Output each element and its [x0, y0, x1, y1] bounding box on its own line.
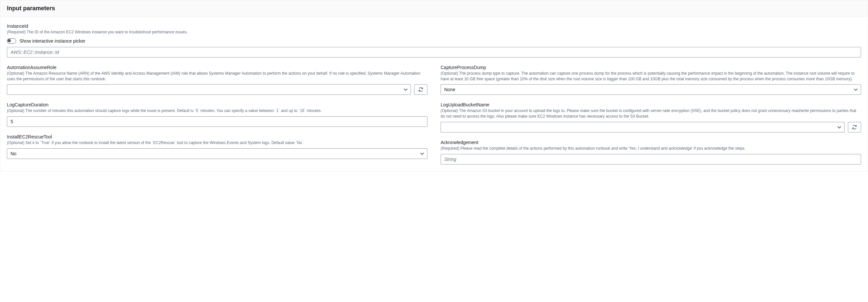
install-ec2rescue-tool-value: No: [10, 151, 17, 156]
log-upload-bucket-name-label: LogUploadBucketName: [441, 102, 861, 107]
acknowledgement-label: Acknowledgement: [441, 140, 861, 145]
automation-assume-role-refresh-button[interactable]: [414, 84, 427, 95]
right-column: CaptureProcessDump (Optional) The proces…: [441, 65, 861, 165]
panel-title: Input parameters: [7, 5, 861, 12]
log-capture-duration-input[interactable]: [7, 116, 427, 127]
acknowledgement-desc: (Required) Please read the complete deta…: [441, 146, 861, 151]
refresh-icon: [418, 87, 424, 92]
log-upload-bucket-name-refresh-button[interactable]: [848, 122, 861, 133]
automation-assume-role-desc: (Optional) The Amazon Resource Name (ARN…: [7, 71, 427, 82]
panel-body: InstanceId (Required) The ID of the Amaz…: [0, 17, 868, 171]
capture-process-dump-desc: (Optional) The process dump type to capt…: [441, 71, 861, 82]
field-log-upload-bucket-name: LogUploadBucketName (Optional) The Amazo…: [441, 102, 861, 133]
instance-id-desc: (Required) The ID of the Amazon EC2 Wind…: [7, 29, 861, 35]
acknowledgement-input[interactable]: [441, 154, 861, 165]
field-install-ec2rescue-tool: InstallEC2RescueTool (Optional) Set it t…: [7, 134, 427, 159]
automation-assume-role-select-wrap: [7, 84, 411, 95]
automation-assume-role-select[interactable]: [7, 84, 411, 95]
capture-process-dump-select-wrap: None: [441, 84, 861, 95]
log-capture-duration-desc: (Optional) The number of minutes this au…: [7, 108, 427, 114]
capture-process-dump-label: CaptureProcessDump: [441, 65, 861, 70]
install-ec2rescue-tool-select[interactable]: No: [7, 148, 427, 159]
install-ec2rescue-tool-desc: (Optional) Set it to `True` if you allow…: [7, 140, 427, 146]
instance-picker-toggle[interactable]: [7, 38, 16, 44]
refresh-icon: [852, 125, 857, 130]
install-ec2rescue-tool-select-wrap: No: [7, 148, 427, 159]
field-automation-assume-role: AutomationAssumeRole (Optional) The Amaz…: [7, 65, 427, 95]
log-capture-duration-label: LogCaptureDuration: [7, 102, 427, 107]
field-log-capture-duration: LogCaptureDuration (Optional) The number…: [7, 102, 427, 127]
log-upload-bucket-name-input-row: [441, 122, 861, 133]
automation-assume-role-label: AutomationAssumeRole: [7, 65, 427, 70]
field-acknowledgement: Acknowledgement (Required) Please read t…: [441, 140, 861, 165]
instance-picker-toggle-label: Show interactive instance picker: [20, 38, 85, 44]
capture-process-dump-select[interactable]: None: [441, 84, 861, 95]
field-capture-process-dump: CaptureProcessDump (Optional) The proces…: [441, 65, 861, 95]
toggle-knob: [8, 39, 11, 42]
log-upload-bucket-name-select[interactable]: [441, 122, 845, 133]
panel-header: Input parameters: [0, 0, 868, 17]
left-column: AutomationAssumeRole (Optional) The Amaz…: [7, 65, 427, 165]
capture-process-dump-value: None: [444, 87, 455, 92]
input-parameters-panel: Input parameters InstanceId (Required) T…: [0, 0, 868, 171]
field-instance-id: InstanceId (Required) The ID of the Amaz…: [7, 24, 861, 57]
automation-assume-role-input-row: [7, 84, 427, 95]
instance-picker-toggle-row: Show interactive instance picker: [7, 38, 861, 44]
log-upload-bucket-name-select-wrap: [441, 122, 845, 133]
log-upload-bucket-name-desc: (Optional) The Amazon S3 bucket in your …: [441, 108, 861, 119]
two-column-layout: AutomationAssumeRole (Optional) The Amaz…: [7, 65, 861, 165]
instance-id-label: InstanceId: [7, 24, 861, 29]
instance-id-input[interactable]: [7, 47, 861, 57]
install-ec2rescue-tool-label: InstallEC2RescueTool: [7, 134, 427, 139]
